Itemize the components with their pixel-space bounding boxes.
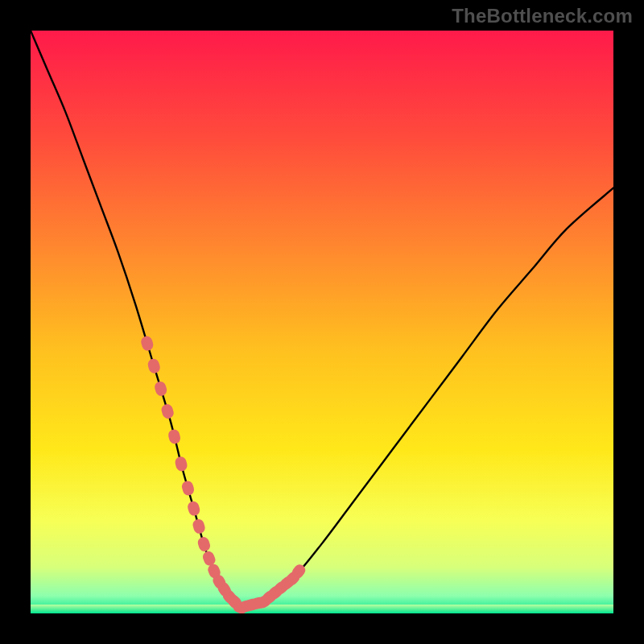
watermark-text: TheBottleneck.com xyxy=(452,5,633,27)
svg-rect-4 xyxy=(167,428,182,445)
svg-rect-19 xyxy=(187,500,201,517)
svg-rect-0 xyxy=(140,335,155,352)
plot-area xyxy=(31,31,613,613)
svg-rect-5 xyxy=(174,456,188,473)
marker-dot xyxy=(174,456,188,473)
svg-rect-1 xyxy=(147,357,162,374)
outer-frame: TheBottleneck.com xyxy=(0,0,644,644)
marker-dot xyxy=(147,357,162,374)
marker-dot xyxy=(187,500,201,517)
marker-dot xyxy=(140,335,155,352)
bottleneck-curve xyxy=(31,31,613,608)
marker-dot xyxy=(167,428,182,445)
svg-rect-21 xyxy=(196,535,212,552)
marker-dot xyxy=(160,402,175,419)
marker-group xyxy=(140,335,308,613)
chart-overlay xyxy=(31,31,613,613)
svg-rect-2 xyxy=(153,380,168,397)
svg-rect-6 xyxy=(180,480,195,497)
svg-rect-20 xyxy=(192,518,206,535)
marker-dot xyxy=(153,380,168,397)
marker-dot xyxy=(180,480,195,497)
svg-rect-3 xyxy=(160,402,175,419)
marker-dot xyxy=(196,535,212,552)
marker-dot xyxy=(192,518,206,535)
